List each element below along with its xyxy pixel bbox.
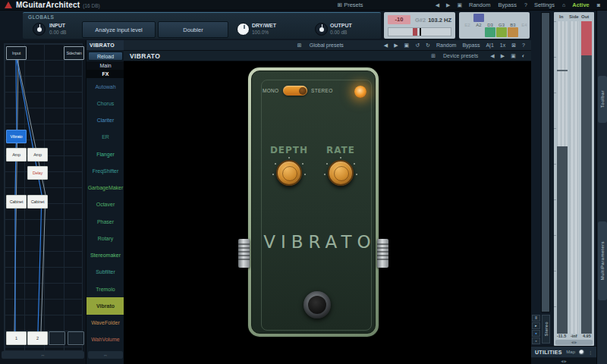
preset-next-button[interactable]: ▶ [446, 2, 450, 8]
graph-scrollbar[interactable]: ↔ [2, 351, 84, 359]
fx-item-tremolo[interactable]: Tremolo [86, 281, 124, 297]
fx-item-rotary[interactable]: Rotary [86, 230, 124, 246]
save-icon[interactable]: ▣ [457, 2, 462, 8]
fx-item-octaver[interactable]: Octaver [86, 196, 124, 213]
meter-play-button[interactable]: ▸ [532, 322, 540, 329]
level-strip [541, 12, 550, 312]
graph-output-3[interactable] [49, 331, 65, 345]
fx-item-subfilter[interactable]: Subfilter [86, 264, 124, 281]
tab-toolbar[interactable]: Toolbar [598, 76, 607, 123]
global-presets-button[interactable]: ⊞ Global presets [297, 42, 350, 49]
power-led [354, 86, 366, 98]
fx-item-wahvolume[interactable]: WahVolume [86, 331, 124, 348]
mono-stereo-switch[interactable] [283, 86, 307, 96]
redo-icon[interactable]: ↻ [426, 42, 430, 49]
oversampling-button[interactable]: 1x [500, 42, 505, 48]
rack-save-icon[interactable]: ▣ [404, 42, 410, 49]
graph-node-vibrato[interactable]: Vibrato [6, 130, 27, 143]
fx-item-autowah[interactable]: Autowah [86, 78, 124, 95]
home-icon[interactable]: ⌂ [562, 2, 565, 8]
depth-knob[interactable] [276, 160, 302, 186]
output-label: OUTPUT [330, 23, 352, 28]
utilities-scrollbar[interactable]: ◀ ▶ [531, 358, 596, 364]
meter-scrollbar[interactable]: ◀ ▶ [555, 340, 593, 345]
fx-item-vibrato[interactable]: Vibrato [86, 297, 124, 314]
arrows-h-icon: ↔ [103, 353, 108, 357]
tab-main[interactable]: Main [86, 61, 124, 70]
meter-mode-button[interactable]: ● [532, 330, 540, 337]
string-detector-panel: E2 A2 D3 G3 B3 E4 [459, 12, 530, 39]
output-gain-knob[interactable] [315, 23, 328, 36]
map-button[interactable]: Map [566, 350, 575, 354]
graph-node-sidechain[interactable]: Sidechain [64, 46, 84, 60]
fx-item-chorus[interactable]: Chorus [86, 95, 124, 111]
tab-multiparameters[interactable]: MultiParameters [598, 221, 607, 300]
dry-wet-knob[interactable] [237, 23, 250, 36]
fx-item-wavefolder[interactable]: WaveFolder [86, 315, 124, 331]
device-save-icon[interactable]: ▣ [511, 53, 516, 59]
input-gain-knob[interactable] [33, 23, 46, 36]
device-next-button[interactable]: ▶ [501, 53, 505, 59]
fx-item-stereomaker[interactable]: Stereomaker [86, 247, 124, 264]
undo-icon[interactable]: ↺ [415, 42, 420, 49]
graph-node-cabinet-1[interactable]: Cabinet [6, 195, 27, 209]
random-button[interactable]: Random [469, 2, 490, 8]
meter-options-button[interactable]: ● [532, 337, 540, 344]
reload-button[interactable]: Reload [88, 52, 123, 61]
active-toggle[interactable]: Active [572, 2, 590, 8]
graph-node-cabinet-2[interactable]: Cabinet [27, 195, 48, 209]
power-icon[interactable]: ◙ [597, 2, 600, 8]
string-label-a2: A2 [473, 23, 484, 27]
rack-next-button[interactable]: ▶ [394, 42, 398, 49]
dots-menu-icon[interactable]: ⋮ [588, 350, 593, 355]
rate-label: RATE [318, 145, 363, 155]
meter-value-out: 4.95 [583, 334, 591, 338]
rack-help-icon[interactable]: ? [522, 42, 525, 48]
presets-button[interactable]: ⊞ Presets [338, 2, 363, 8]
close-icon[interactable]: ⊠ [511, 42, 516, 49]
fx-list-scrollbar[interactable]: ↔ [88, 351, 123, 359]
meter-scale [554, 21, 556, 334]
tab-fx[interactable]: FX [86, 70, 124, 78]
rack-prev-button[interactable]: ◀ [384, 42, 388, 49]
graph-output-1[interactable]: 1 [6, 331, 27, 345]
doubler-button[interactable]: Doubler [158, 21, 228, 38]
fx-item-clariter[interactable]: Clariter [86, 112, 124, 129]
meter-label-in: In [559, 14, 563, 19]
device-title: VIBRATO [130, 52, 160, 60]
bypass-button[interactable]: Bypass [498, 2, 517, 8]
preset-prev-button[interactable]: ◀ [436, 2, 439, 8]
stereo-tab[interactable]: Stereo [542, 315, 550, 344]
analyze-input-level-button[interactable]: Analyze input level [82, 21, 156, 38]
graph-output-4[interactable] [68, 331, 84, 345]
meter-pause-button[interactable]: II [532, 315, 540, 322]
device-edit-icon[interactable]: ◐ [522, 53, 525, 58]
meter-panel: In Side Out -11.5 -inf 4.95 ◀ ▶ [554, 12, 594, 346]
graph-node-delay[interactable]: Delay [27, 166, 48, 180]
fx-item-freqshifter[interactable]: FreqShifter [86, 162, 124, 179]
settings-button[interactable]: Settings [534, 2, 555, 8]
fx-item-garbagemaker[interactable]: GarbageMaker [86, 180, 124, 196]
device-prev-button[interactable]: ◀ [490, 53, 494, 59]
tuner-cents: -10 [388, 15, 410, 24]
fx-item-phaser[interactable]: Phaser [86, 213, 124, 230]
graph-output-2[interactable]: 2 [27, 331, 48, 345]
sidebar-header: VIBRATO [86, 40, 124, 50]
signal-chain-panel: Input Sidechain Vibrato Amp Amp Delay Ca… [0, 40, 86, 364]
ab-slot-button[interactable]: A|1 [486, 42, 493, 48]
fx-item-flanger[interactable]: Flanger [86, 146, 124, 162]
utilities-knob-icon[interactable] [579, 350, 584, 355]
rate-knob[interactable] [328, 160, 354, 186]
graph-node-amp-1[interactable]: Amp [6, 148, 27, 162]
footswitch[interactable] [304, 291, 331, 318]
rack-random-button[interactable]: Random [436, 42, 456, 48]
rack-bypass-button[interactable]: Bypass [462, 42, 480, 48]
device-presets-button[interactable]: ⊞ Device presets [431, 53, 484, 59]
help-icon[interactable]: ? [524, 2, 527, 8]
graph-node-amp-2[interactable]: Amp [27, 148, 48, 162]
main-area: ⊞ Global presets ◀ ▶ ▣ ↺ ↻ Random Bypass… [124, 40, 531, 364]
device-bar: VIBRATO ⊞ Device presets ◀ ▶ ▣ ◐ [124, 51, 531, 61]
fx-item-er[interactable]: ER [86, 129, 124, 146]
right-edge-strip: Toolbar MultiParameters [596, 11, 607, 364]
graph-node-input[interactable]: Input [6, 46, 27, 60]
